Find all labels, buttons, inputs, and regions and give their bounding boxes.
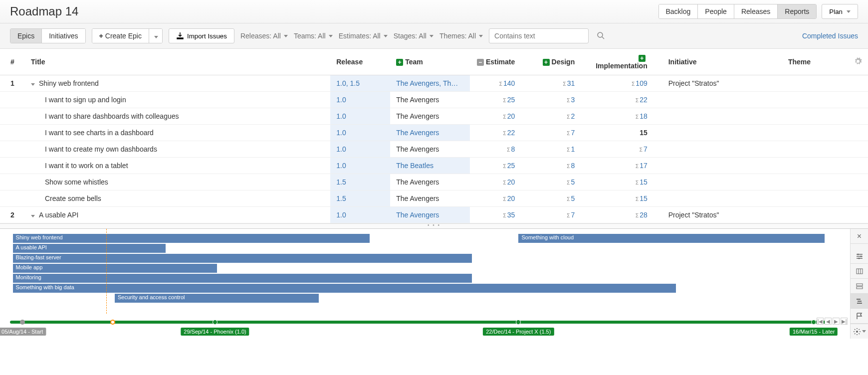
col-estimate[interactable]: −Estimate	[470, 49, 530, 75]
row-des[interactable]: Σ31	[530, 75, 590, 92]
row-est[interactable]: Σ35	[470, 207, 530, 223]
col-title[interactable]: Title	[25, 49, 330, 75]
timeline-marker[interactable]	[516, 320, 521, 325]
filter-teams[interactable]: Teams: All	[294, 32, 333, 40]
col-release[interactable]: Release	[330, 49, 390, 75]
row-est[interactable]: Σ8	[470, 141, 530, 158]
row-des[interactable]: Σ2	[530, 108, 590, 125]
row-team[interactable]: The Beatles	[390, 158, 470, 174]
gantt-bar[interactable]: Something with big data	[13, 284, 676, 293]
gantt-bar[interactable]: A usable API	[13, 244, 166, 253]
tab-releases[interactable]: Releases	[734, 4, 778, 18]
col-implementation[interactable]: +Implementation	[590, 49, 662, 75]
row-release[interactable]: 1.0	[330, 158, 390, 174]
chevron-down-icon[interactable]	[31, 83, 35, 86]
row-des[interactable]: Σ3	[530, 92, 590, 108]
row-des[interactable]: Σ7	[530, 125, 590, 141]
row-title[interactable]: I want to share dashboards with colleagu…	[25, 108, 330, 125]
col-initiative[interactable]: Initiative	[662, 49, 782, 75]
row-title[interactable]: I want to create my own dashboards	[25, 141, 330, 158]
row-theme[interactable]	[782, 207, 848, 223]
tab-reports[interactable]: Reports	[778, 4, 816, 18]
row-title[interactable]: Shiny web frontend	[25, 75, 330, 92]
row-des[interactable]: Σ7	[530, 207, 590, 223]
row-est[interactable]: Σ20	[470, 108, 530, 125]
row-theme[interactable]	[782, 158, 848, 174]
row-release[interactable]: 1.0	[330, 207, 390, 223]
view-epics-button[interactable]: Epics	[10, 29, 42, 43]
row-imp[interactable]: Σ17	[590, 158, 662, 174]
table-row[interactable]: 2A usable API1.0The AvengersΣ35Σ7Σ28Proj…	[0, 207, 868, 223]
table-row[interactable]: 1Shiny web frontend1.0, 1.5The Avengers,…	[0, 75, 868, 92]
row-title[interactable]: A usable API	[25, 207, 330, 223]
gantt-bar[interactable]: Shiny web frontend	[13, 234, 370, 243]
row-team[interactable]: The Avengers	[390, 125, 470, 141]
row-est[interactable]: Σ20	[470, 190, 530, 207]
row-theme[interactable]	[782, 92, 848, 108]
gantt-bar[interactable]: Blazing-fast server	[13, 254, 472, 263]
row-des[interactable]: Σ1	[530, 141, 590, 158]
row-title[interactable]: Create some bells	[25, 190, 330, 207]
row-initiative[interactable]: Project "Stratos"	[662, 75, 782, 92]
tab-people[interactable]: People	[698, 4, 734, 18]
tab-backlog[interactable]: Backlog	[659, 4, 698, 18]
row-est[interactable]: Σ140	[470, 75, 530, 92]
row-release[interactable]: 1.0	[330, 141, 390, 158]
row-title[interactable]: I want to see charts in a dashboard	[25, 125, 330, 141]
col-design[interactable]: +Design	[530, 49, 590, 75]
table-row[interactable]: Create some bells1.5The AvengersΣ20Σ5Σ15	[0, 190, 868, 207]
rail-view-5[interactable]	[851, 309, 868, 324]
filter-themes[interactable]: Themes: All	[439, 32, 483, 40]
table-row[interactable]: I want to create my own dashboards1.0The…	[0, 141, 868, 158]
timeline-marker[interactable]	[213, 320, 217, 325]
row-team[interactable]: The Avengers	[390, 174, 470, 190]
table-row[interactable]: I want it to work on a tablet1.0The Beat…	[0, 158, 868, 174]
row-team[interactable]: The Avengers	[390, 92, 470, 108]
row-imp[interactable]: Σ18	[590, 108, 662, 125]
row-imp[interactable]: Σ15	[590, 174, 662, 190]
rail-settings[interactable]	[851, 324, 868, 339]
row-est[interactable]: Σ22	[470, 125, 530, 141]
row-est[interactable]: Σ25	[470, 92, 530, 108]
gantt-bar[interactable]: Monitoring	[13, 274, 472, 283]
row-team[interactable]: The Avengers	[390, 141, 470, 158]
row-title[interactable]: I want it to work on a tablet	[25, 158, 330, 174]
search-input[interactable]	[489, 28, 589, 43]
create-epic-button[interactable]: + Create Epic	[92, 29, 149, 43]
row-title[interactable]: Show some whistles	[25, 174, 330, 190]
completed-issues-link[interactable]: Completed Issues	[802, 32, 858, 40]
row-release[interactable]: 1.0	[330, 92, 390, 108]
rail-view-3[interactable]	[851, 279, 868, 294]
row-release[interactable]: 1.0	[330, 125, 390, 141]
table-row[interactable]: I want to see charts in a dashboard1.0Th…	[0, 125, 868, 141]
row-theme[interactable]	[782, 75, 848, 92]
row-team[interactable]: The Avengers, Th…	[390, 75, 470, 92]
timeline-marker[interactable]	[20, 320, 25, 325]
import-issues-button[interactable]: Import Issues	[169, 28, 234, 43]
timeline-nav-next[interactable]: ▶	[833, 318, 840, 325]
row-release[interactable]: 1.5	[330, 190, 390, 207]
timeline-nav-first[interactable]: |◀	[817, 318, 824, 325]
col-number[interactable]: #	[0, 49, 25, 75]
row-est[interactable]: Σ20	[470, 174, 530, 190]
gantt-bar[interactable]: Mobile app	[13, 264, 217, 273]
col-team[interactable]: +Team	[390, 49, 470, 75]
row-initiative[interactable]	[662, 158, 782, 174]
row-team[interactable]: The Avengers	[390, 190, 470, 207]
search-button[interactable]	[595, 29, 607, 43]
row-theme[interactable]	[782, 108, 848, 125]
row-imp[interactable]: Σ109	[590, 75, 662, 92]
view-initiatives-button[interactable]: Initiatives	[42, 29, 85, 43]
row-team[interactable]: The Avengers	[390, 207, 470, 223]
row-imp[interactable]: 15	[590, 125, 662, 141]
row-imp[interactable]: Σ28	[590, 207, 662, 223]
table-row[interactable]: Show some whistles1.5The AvengersΣ20Σ5Σ1…	[0, 174, 868, 190]
rail-view-4[interactable]	[851, 294, 868, 309]
col-settings[interactable]	[848, 49, 868, 75]
timeline-nav-prev[interactable]: ◀	[825, 318, 832, 325]
timeline-marker[interactable]	[811, 320, 816, 325]
gantt-bar[interactable]: Security and access control	[115, 294, 319, 303]
table-row[interactable]: I want to sign up and login1.0The Avenge…	[0, 92, 868, 108]
filter-stages[interactable]: Stages: All	[394, 32, 434, 40]
split-handle[interactable]: • • •	[0, 223, 868, 228]
